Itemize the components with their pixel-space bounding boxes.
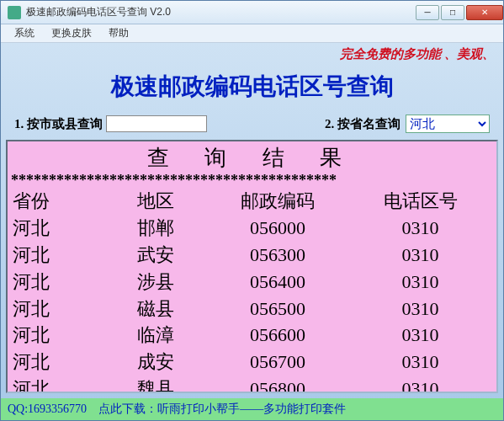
cell-area: 涉县 [105, 269, 206, 296]
app-icon [8, 6, 21, 19]
menubar: 系统 更换皮肤 帮助 [1, 24, 503, 43]
cell-areacode: 0310 [349, 296, 491, 322]
cell-area: 武安 [105, 242, 206, 269]
cell-areacode: 0310 [349, 215, 491, 242]
table-header-row: 省份 地区 邮政编码 电话区号 [13, 188, 491, 215]
close-button[interactable]: ✕ [466, 5, 503, 20]
col-province: 省份 [13, 188, 105, 215]
cell-areacode: 0310 [349, 269, 491, 296]
cell-postcode: 056600 [206, 322, 349, 349]
table-row: 河北邯郸0560000310 [13, 215, 491, 242]
download-link[interactable]: 点此下载：听雨打印小帮手——多功能打印套件 [98, 402, 346, 417]
search-row: 1. 按市或县查询 2. 按省名查询 河北 [6, 111, 498, 140]
cell-province: 河北 [13, 349, 105, 376]
table-row: 河北武安0563000310 [13, 242, 491, 269]
qq-contact: QQ:1693356770 [8, 402, 87, 416]
result-table: 省份 地区 邮政编码 电话区号 河北邯郸0560000310河北武安056300… [8, 188, 496, 392]
menu-system[interactable]: 系统 [6, 24, 43, 42]
result-separator: ****************************************… [8, 173, 496, 188]
window-title: 极速邮政编码电话区号查询 V2.0 [26, 5, 414, 19]
search-by-city-label: 1. 按市或县查询 [14, 116, 103, 132]
table-row: 河北涉县0564000310 [13, 269, 491, 296]
cell-postcode: 056700 [206, 349, 349, 376]
col-areacode: 电话区号 [349, 188, 491, 215]
cell-areacode: 0310 [349, 376, 491, 392]
cell-postcode: 056400 [206, 269, 349, 296]
maximize-button[interactable]: □ [441, 5, 464, 20]
table-row: 河北临漳0566000310 [13, 322, 491, 349]
result-title: 查 询 结 果 [8, 141, 496, 173]
titlebar[interactable]: 极速邮政编码电话区号查询 V2.0 ─ □ ✕ [1, 1, 503, 24]
cell-area: 邯郸 [105, 215, 206, 242]
table-row: 河北磁县0565000310 [13, 296, 491, 322]
cell-areacode: 0310 [349, 322, 491, 349]
cell-province: 河北 [13, 322, 105, 349]
search-city-input[interactable] [106, 115, 207, 132]
province-select[interactable]: 河北 [406, 115, 490, 133]
cell-postcode: 056300 [206, 242, 349, 269]
cell-province: 河北 [13, 296, 105, 322]
cell-postcode: 056000 [206, 215, 349, 242]
cell-province: 河北 [13, 242, 105, 269]
menu-skin[interactable]: 更换皮肤 [43, 24, 100, 42]
app-window: 极速邮政编码电话区号查询 V2.0 ─ □ ✕ 系统 更换皮肤 帮助 完全免费的… [0, 0, 504, 421]
page-title: 极速邮政编码电话区号查询 [6, 66, 498, 111]
cell-area: 临漳 [105, 322, 206, 349]
table-row: 河北成安0567000310 [13, 349, 491, 376]
cell-area: 成安 [105, 349, 206, 376]
menu-help[interactable]: 帮助 [100, 24, 137, 42]
cell-province: 河北 [13, 215, 105, 242]
cell-province: 河北 [13, 269, 105, 296]
cell-areacode: 0310 [349, 349, 491, 376]
banner-text: 完全免费的多功能 、美观、 [6, 45, 498, 66]
cell-postcode: 056500 [206, 296, 349, 322]
col-area: 地区 [105, 188, 206, 215]
footer: QQ:1693356770 点此下载：听雨打印小帮手——多功能打印套件 [1, 398, 503, 420]
cell-area: 磁县 [105, 296, 206, 322]
window-buttons: ─ □ ✕ [414, 5, 503, 20]
search-by-province-label: 2. 按省名查询 [325, 116, 401, 132]
table-row: 河北魏县0568000310 [13, 376, 491, 392]
cell-postcode: 056800 [206, 376, 349, 392]
cell-areacode: 0310 [349, 242, 491, 269]
body: 完全免费的多功能 、美观、 极速邮政编码电话区号查询 1. 按市或县查询 2. … [1, 43, 503, 398]
result-panel: 查 询 结 果 ********************************… [6, 140, 498, 393]
col-postcode: 邮政编码 [206, 188, 349, 215]
cell-province: 河北 [13, 376, 105, 392]
minimize-button[interactable]: ─ [416, 5, 439, 20]
cell-area: 魏县 [105, 376, 206, 392]
